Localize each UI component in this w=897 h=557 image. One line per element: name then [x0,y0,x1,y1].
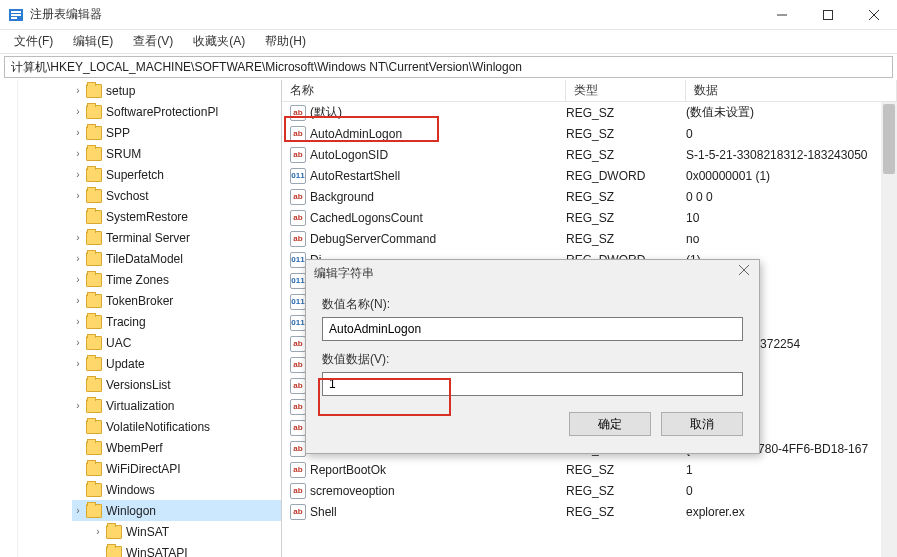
tree-twisty-icon[interactable]: › [72,505,84,516]
tree-node[interactable]: WiFiDirectAPI [72,458,281,479]
value-data-label: 数值数据(V): [322,351,743,368]
scrollbar-vertical[interactable] [881,102,897,557]
tree-twisty-icon[interactable]: › [72,169,84,180]
string-value-icon: ab [290,210,306,226]
string-value-icon: ab [290,462,306,478]
value-row[interactable]: 011AutoRestartShellREG_DWORD0x00000001 (… [282,165,897,186]
value-name: Shell [310,505,566,519]
tree-node[interactable]: ›Svchost [72,185,281,206]
tree-node[interactable]: ›Tracing [72,311,281,332]
folder-icon [86,462,102,476]
tree-node[interactable]: WinSATAPI [72,542,281,557]
value-data: 0 [686,484,897,498]
tree-twisty-icon[interactable]: › [72,127,84,138]
folder-icon [86,273,102,287]
tree-node[interactable]: ›Terminal Server [72,227,281,248]
tree-node[interactable]: ›Winlogon [72,500,281,521]
tree-twisty-icon[interactable]: › [72,232,84,243]
folder-icon [86,399,102,413]
tree-node[interactable]: ›SPP [72,122,281,143]
value-data: 0 0 0 [686,190,897,204]
string-value-icon: ab [290,126,306,142]
value-row[interactable]: abDebugServerCommandREG_SZno [282,228,897,249]
tree-node[interactable]: ›TileDataModel [72,248,281,269]
value-row[interactable]: abShellREG_SZexplorer.ex [282,501,897,522]
value-data-input[interactable] [322,372,743,396]
tree-twisty-icon[interactable]: › [72,190,84,201]
col-data[interactable]: 数据 [686,80,897,102]
value-name-input[interactable] [322,317,743,341]
close-button[interactable] [851,0,897,30]
col-name[interactable]: 名称 [282,80,566,102]
value-row[interactable]: ab(默认)REG_SZ(数值未设置) [282,102,897,123]
value-name: AutoAdminLogon [310,127,566,141]
menu-help[interactable]: 帮助(H) [255,30,316,53]
tree-twisty-icon[interactable]: › [72,295,84,306]
menu-favorites[interactable]: 收藏夹(A) [183,30,255,53]
tree-twisty-icon[interactable]: › [72,274,84,285]
tree-node[interactable]: ›Superfetch [72,164,281,185]
tree-twisty-icon[interactable]: › [72,337,84,348]
tree-node[interactable]: ›UAC [72,332,281,353]
tree-node[interactable]: ›Virtualization [72,395,281,416]
tree-node-label: TileDataModel [106,252,183,266]
tree-node[interactable]: ›Time Zones [72,269,281,290]
tree-node[interactable]: ›SRUM [72,143,281,164]
cancel-button[interactable]: 取消 [661,412,743,436]
value-row[interactable]: abAutoAdminLogonREG_SZ0 [282,123,897,144]
string-value-icon: ab [290,399,306,415]
binary-value-icon: 011 [290,273,306,289]
scrollbar-thumb[interactable] [883,104,895,174]
svg-rect-2 [11,14,21,16]
tree-twisty-icon[interactable]: › [72,316,84,327]
tree-node[interactable]: VolatileNotifications [72,416,281,437]
tree-twisty-icon[interactable]: › [72,85,84,96]
folder-icon [86,420,102,434]
tree-node[interactable]: ›Update [72,353,281,374]
tree-node[interactable]: SystemRestore [72,206,281,227]
tree-node[interactable]: Windows [72,479,281,500]
value-name: AutoLogonSID [310,148,566,162]
tree-twisty-icon[interactable]: › [72,106,84,117]
ok-button[interactable]: 确定 [569,412,651,436]
tree-node[interactable]: ›WinSAT [72,521,281,542]
window-title: 注册表编辑器 [30,6,759,23]
tree-panel[interactable]: ›setup›SoftwareProtectionPl›SPP›SRUM›Sup… [0,80,282,557]
address-bar[interactable]: 计算机\HKEY_LOCAL_MACHINE\SOFTWARE\Microsof… [4,56,893,78]
value-type: REG_SZ [566,127,686,141]
tree-twisty-icon[interactable]: › [72,358,84,369]
tree-node-label: SoftwareProtectionPl [106,105,218,119]
folder-icon [86,252,102,266]
value-data: 0 [686,127,897,141]
tree-node[interactable]: ›setup [72,80,281,101]
folder-icon [86,483,102,497]
menu-file[interactable]: 文件(F) [4,30,63,53]
value-data: 10 [686,211,897,225]
tree-twisty-icon[interactable]: › [92,526,104,537]
tree-twisty-icon[interactable]: › [72,148,84,159]
tree-node-label: Svchost [106,189,149,203]
regedit-icon [8,7,24,23]
value-type: REG_SZ [566,505,686,519]
maximize-button[interactable] [805,0,851,30]
dialog-close-button[interactable] [735,264,753,282]
tree-node[interactable]: WbemPerf [72,437,281,458]
tree-node-label: Virtualization [106,399,174,413]
tree-twisty-icon[interactable]: › [72,253,84,264]
binary-value-icon: 011 [290,168,306,184]
tree-node[interactable]: VersionsList [72,374,281,395]
value-row[interactable]: abscremoveoptionREG_SZ0 [282,480,897,501]
menu-edit[interactable]: 编辑(E) [63,30,123,53]
tree-node[interactable]: ›SoftwareProtectionPl [72,101,281,122]
value-row[interactable]: abBackgroundREG_SZ0 0 0 [282,186,897,207]
tree-node[interactable]: ›TokenBroker [72,290,281,311]
minimize-button[interactable] [759,0,805,30]
value-row[interactable]: abAutoLogonSIDREG_SZS-1-5-21-3308218312-… [282,144,897,165]
col-type[interactable]: 类型 [566,80,686,102]
menu-view[interactable]: 查看(V) [123,30,183,53]
folder-icon [86,189,102,203]
tree-twisty-icon[interactable]: › [72,400,84,411]
value-row[interactable]: abReportBootOkREG_SZ1 [282,459,897,480]
svg-rect-1 [11,11,21,13]
value-row[interactable]: abCachedLogonsCountREG_SZ10 [282,207,897,228]
